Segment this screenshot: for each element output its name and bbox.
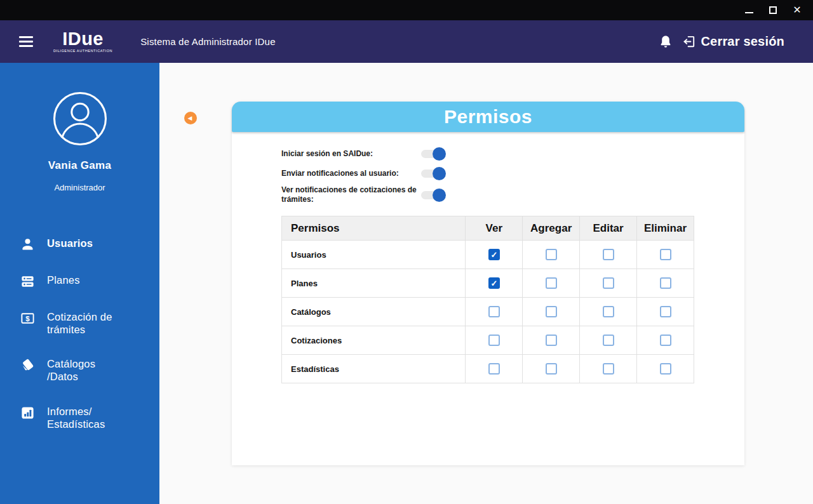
logo-text: IDue xyxy=(62,30,104,48)
toggle-row: Ver notificaciones de cotizaciones de tr… xyxy=(281,185,744,204)
checkbox-cell[interactable] xyxy=(637,241,694,269)
hamburger-menu-icon[interactable] xyxy=(19,36,33,47)
checkbox[interactable] xyxy=(546,363,557,375)
logo-subtext: DILIGENCE AUTHENTICATION xyxy=(53,50,112,53)
checkbox-cell[interactable] xyxy=(466,355,523,383)
checkbox-cell[interactable] xyxy=(637,298,694,326)
quote-money-icon: $ xyxy=(20,311,35,326)
checkbox-cell[interactable] xyxy=(523,326,580,355)
checkbox[interactable] xyxy=(488,335,500,346)
checkbox[interactable] xyxy=(603,335,614,346)
checkbox[interactable] xyxy=(488,363,500,375)
checkbox-cell[interactable] xyxy=(523,241,580,269)
plans-icon xyxy=(20,274,35,289)
avatar-icon xyxy=(52,91,108,147)
checkbox[interactable] xyxy=(546,249,557,260)
checkbox-cell[interactable] xyxy=(466,241,523,269)
checkbox[interactable] xyxy=(603,277,614,289)
checkbox[interactable] xyxy=(660,335,671,346)
sidebar-item-usuarios[interactable]: Usuarios xyxy=(20,237,159,252)
close-button[interactable]: ✕ xyxy=(791,4,803,16)
checkbox[interactable] xyxy=(603,249,614,260)
column-header-permisos: Permisos xyxy=(282,216,466,241)
user-profile: Vania Gama Administrador xyxy=(0,63,159,192)
toggle-ver-notificaciones[interactable] xyxy=(421,191,445,199)
column-header-eliminar: Eliminar xyxy=(637,216,694,241)
checkbox[interactable] xyxy=(546,335,557,346)
catalog-icon xyxy=(20,358,35,373)
row-label: Estadísticas xyxy=(282,355,466,383)
checkbox-cell[interactable] xyxy=(637,355,694,383)
notifications-bell-icon[interactable] xyxy=(658,34,673,50)
checkbox[interactable] xyxy=(603,306,614,317)
checkbox-cell[interactable] xyxy=(580,298,637,326)
minimize-button[interactable] xyxy=(743,4,755,16)
row-label: Cotizaciones xyxy=(282,326,466,355)
table-row: Catálogos xyxy=(282,298,694,326)
checkbox-cell[interactable] xyxy=(637,326,694,355)
checkbox-cell[interactable] xyxy=(466,269,523,298)
column-header-editar: Editar xyxy=(580,216,637,241)
table-row: Usuarios xyxy=(282,241,694,269)
checkbox-cell[interactable] xyxy=(466,326,523,355)
logout-label: Cerrar sesión xyxy=(701,34,784,49)
checkbox[interactable] xyxy=(488,306,500,317)
sidebar-item-informes[interactable]: Informes/ Estadísticas xyxy=(20,405,159,430)
svg-text:$: $ xyxy=(25,315,30,322)
toggle-iniciar-sesion[interactable] xyxy=(421,150,445,158)
checkbox-cell[interactable] xyxy=(523,269,580,298)
toggle-row: Enviar notificaciones al usuario: xyxy=(281,166,744,181)
sidebar-item-label: Planes xyxy=(47,274,80,286)
table-row: Planes xyxy=(282,269,694,298)
checkbox-cell[interactable] xyxy=(580,355,637,383)
checkbox[interactable] xyxy=(660,277,671,289)
toggle-label: Ver notificaciones de cotizaciones de tr… xyxy=(281,185,421,204)
back-button[interactable]: ◀ xyxy=(184,112,197,124)
sidebar-item-planes[interactable]: Planes xyxy=(20,274,159,289)
maximize-icon xyxy=(769,6,777,14)
checkbox[interactable] xyxy=(488,277,500,289)
table-row: Cotizaciones xyxy=(282,326,694,355)
checkbox-cell[interactable] xyxy=(523,298,580,326)
sidebar-item-catalogos[interactable]: Catálogos /Datos xyxy=(20,357,159,383)
checkbox-cell[interactable] xyxy=(523,355,580,383)
logout-button[interactable]: Cerrar sesión xyxy=(682,34,784,49)
app-title: Sistema de Administrador IDue xyxy=(140,36,276,47)
toggle-enviar-notificaciones[interactable] xyxy=(421,169,445,178)
close-icon: ✕ xyxy=(793,5,801,15)
checkbox[interactable] xyxy=(660,363,671,375)
checkbox[interactable] xyxy=(660,249,671,260)
checkbox-cell[interactable] xyxy=(580,326,637,355)
checkbox[interactable] xyxy=(660,306,671,317)
toggle-knob xyxy=(433,147,446,161)
window-titlebar: ✕ xyxy=(0,0,813,20)
toggle-label: Enviar notificaciones al usuario: xyxy=(281,169,421,178)
minimize-icon xyxy=(745,12,753,13)
checkbox[interactable] xyxy=(488,249,500,260)
column-header-ver: Ver xyxy=(466,216,523,241)
table-header-row: Permisos Ver Agregar Editar Eliminar xyxy=(282,216,694,241)
permissions-panel: Permisos Iniciar sesión en SAIDue: Envia… xyxy=(232,102,744,465)
checkbox-cell[interactable] xyxy=(637,269,694,298)
sidebar: Vania Gama Administrador Usuarios Planes… xyxy=(0,63,159,504)
logout-icon xyxy=(682,34,697,49)
checkbox-cell[interactable] xyxy=(580,269,637,298)
sidebar-item-label: Catálogos /Datos xyxy=(47,357,126,383)
toggle-knob xyxy=(433,167,446,180)
checkbox[interactable] xyxy=(546,277,557,289)
sidebar-item-label: Usuarios xyxy=(47,237,93,249)
bar-chart-icon xyxy=(20,406,35,420)
maximize-button[interactable] xyxy=(767,4,779,16)
app-header: IDue DILIGENCE AUTHENTICATION Sistema de… xyxy=(0,20,813,63)
checkbox-cell[interactable] xyxy=(466,298,523,326)
user-icon xyxy=(20,237,35,252)
panel-header: Permisos xyxy=(232,102,744,132)
checkbox[interactable] xyxy=(603,363,614,375)
app-logo: IDue DILIGENCE AUTHENTICATION xyxy=(53,30,112,53)
user-role: Administrador xyxy=(54,183,105,192)
sidebar-item-cotizacion[interactable]: $ Cotización de trámites xyxy=(20,310,159,336)
checkbox-cell[interactable] xyxy=(580,241,637,269)
checkbox[interactable] xyxy=(546,306,557,317)
row-label: Planes xyxy=(282,269,466,298)
row-label: Usuarios xyxy=(282,241,466,269)
